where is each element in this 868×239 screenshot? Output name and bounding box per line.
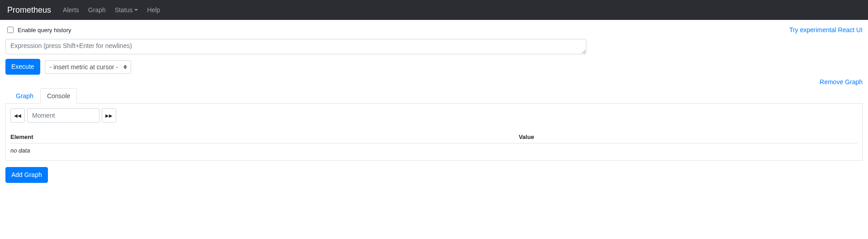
- console-panel: ◀◀ ▶▶ Element Value no data: [5, 104, 863, 161]
- result-table: Element Value: [10, 131, 858, 143]
- metric-select-label: - insert metric at cursor -: [50, 63, 118, 71]
- react-ui-link[interactable]: Try experimental React UI: [789, 26, 863, 33]
- moment-input[interactable]: [27, 108, 99, 123]
- brand-link[interactable]: Prometheus: [7, 5, 51, 15]
- execute-button[interactable]: Execute: [5, 59, 40, 75]
- expression-input[interactable]: [5, 39, 586, 54]
- remove-row: Remove Graph: [5, 78, 863, 86]
- add-graph-wrap: Add Graph: [5, 167, 863, 183]
- moment-next-button[interactable]: ▶▶: [102, 108, 116, 123]
- query-history-label: Enable query history: [18, 27, 71, 33]
- nav-help[interactable]: Help: [142, 3, 165, 17]
- nav-status-dropdown[interactable]: Status: [110, 3, 143, 17]
- tab-graph[interactable]: Graph: [9, 88, 40, 104]
- query-history-toggle[interactable]: Enable query history: [5, 25, 71, 34]
- main-container: Enable query history Try experimental Re…: [0, 20, 868, 188]
- element-column-header: Element: [10, 131, 519, 143]
- chevron-down-icon: [134, 9, 138, 11]
- remove-graph-link[interactable]: Remove Graph: [820, 78, 863, 86]
- navbar: Prometheus Alerts Graph Status Help: [0, 0, 868, 20]
- double-chevron-left-icon: ◀◀: [14, 113, 21, 118]
- double-chevron-right-icon: ▶▶: [105, 113, 113, 118]
- exec-row: Execute - insert metric at cursor -: [5, 59, 863, 75]
- nav-alerts[interactable]: Alerts: [58, 3, 84, 17]
- moment-row: ◀◀ ▶▶: [10, 108, 858, 123]
- nav-status-label: Status: [115, 6, 133, 14]
- metric-select[interactable]: - insert metric at cursor -: [45, 60, 132, 74]
- value-column-header: Value: [519, 131, 858, 143]
- nav-graph[interactable]: Graph: [84, 3, 110, 17]
- no-data-message: no data: [10, 143, 858, 156]
- top-row: Enable query history Try experimental Re…: [5, 25, 863, 34]
- moment-prev-button[interactable]: ◀◀: [10, 108, 25, 123]
- tabs: Graph Console: [5, 88, 863, 104]
- add-graph-button[interactable]: Add Graph: [5, 167, 48, 183]
- query-history-checkbox[interactable]: [7, 27, 14, 33]
- tab-console[interactable]: Console: [40, 88, 77, 104]
- select-arrows-icon: [123, 65, 127, 69]
